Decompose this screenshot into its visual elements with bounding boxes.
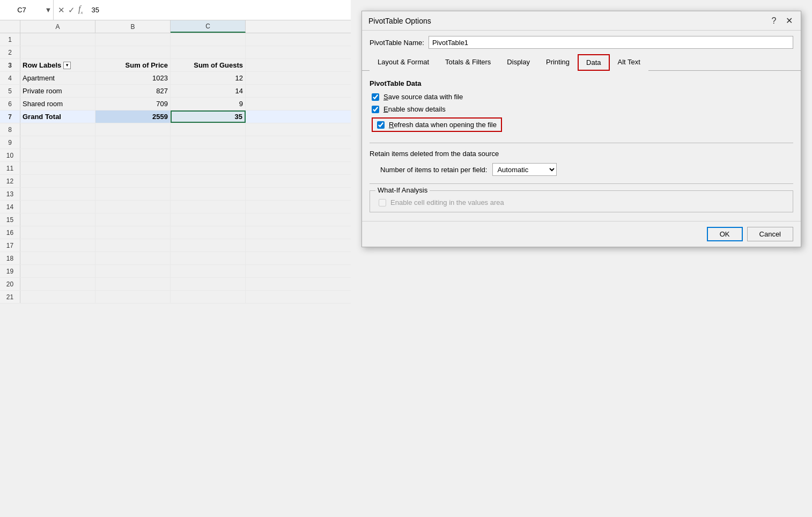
ok-button[interactable]: OK bbox=[707, 227, 743, 241]
tab-alt-text[interactable]: Alt Text bbox=[610, 54, 648, 71]
cell[interactable] bbox=[95, 188, 171, 200]
cell[interactable] bbox=[20, 265, 95, 277]
enable-show-details-checkbox[interactable] bbox=[372, 106, 379, 113]
cell[interactable]: 12 bbox=[171, 72, 246, 84]
cell[interactable] bbox=[95, 46, 171, 58]
cell[interactable] bbox=[20, 226, 95, 239]
save-source-data-checkbox[interactable] bbox=[372, 93, 379, 101]
cell-reference-box[interactable]: C7 ▼ bbox=[0, 0, 54, 20]
cell[interactable] bbox=[95, 162, 171, 174]
cell[interactable] bbox=[95, 213, 171, 226]
cell[interactable] bbox=[20, 33, 95, 46]
cell[interactable] bbox=[171, 162, 246, 174]
cell[interactable] bbox=[95, 265, 171, 277]
cell[interactable] bbox=[171, 33, 246, 46]
cell[interactable] bbox=[95, 201, 171, 213]
cell[interactable] bbox=[20, 175, 95, 187]
cell[interactable] bbox=[171, 252, 246, 264]
cell[interactable] bbox=[95, 291, 171, 303]
cell[interactable]: Private room bbox=[20, 85, 95, 97]
whatif-checkbox[interactable] bbox=[379, 199, 386, 206]
cell[interactable]: 1023 bbox=[95, 72, 171, 84]
pivottable-name-input[interactable] bbox=[429, 36, 793, 49]
retain-row: Number of items to retain per field: Aut… bbox=[370, 163, 793, 176]
cell[interactable]: 827 bbox=[95, 85, 171, 97]
cell[interactable] bbox=[20, 278, 95, 290]
cell[interactable] bbox=[20, 136, 95, 149]
col-header-b[interactable]: B bbox=[95, 20, 171, 33]
cell[interactable] bbox=[20, 149, 95, 161]
cell[interactable]: 14 bbox=[171, 85, 246, 97]
table-row: 15 bbox=[0, 213, 351, 226]
table-row: 16 bbox=[0, 226, 351, 239]
cell-ref-dropdown-icon[interactable]: ▼ bbox=[43, 6, 53, 14]
cell[interactable] bbox=[171, 239, 246, 252]
cell[interactable]: Row Labels ▾ bbox=[20, 59, 95, 71]
close-icon[interactable]: ✕ bbox=[784, 16, 794, 26]
cancel-button[interactable]: Cancel bbox=[747, 227, 793, 241]
cell[interactable]: 709 bbox=[95, 98, 171, 110]
row-num: 10 bbox=[0, 149, 20, 161]
cell[interactable] bbox=[20, 252, 95, 264]
retain-select[interactable]: Automatic None Max bbox=[492, 163, 557, 176]
cell[interactable] bbox=[20, 239, 95, 252]
cell[interactable]: Sum of Guests bbox=[171, 59, 246, 71]
cell[interactable]: 9 bbox=[171, 98, 246, 110]
function-icon[interactable]: fx bbox=[78, 4, 83, 15]
cell[interactable] bbox=[171, 149, 246, 161]
cell[interactable]: Grand Total bbox=[20, 110, 95, 123]
cell[interactable] bbox=[20, 291, 95, 303]
cell[interactable] bbox=[171, 265, 246, 277]
cell[interactable] bbox=[95, 149, 171, 161]
cell[interactable] bbox=[20, 162, 95, 174]
tab-layout-format[interactable]: Layout & Format bbox=[370, 54, 437, 71]
col-header-c[interactable]: C bbox=[171, 20, 246, 33]
cell[interactable] bbox=[95, 239, 171, 252]
filter-icon[interactable]: ▾ bbox=[63, 62, 71, 69]
row-num: 14 bbox=[0, 201, 20, 213]
cell[interactable]: Apartment bbox=[20, 72, 95, 84]
tab-display-label: Display bbox=[507, 58, 530, 66]
cancel-formula-icon[interactable]: ✕ bbox=[58, 5, 65, 15]
cell[interactable] bbox=[171, 278, 246, 290]
cell[interactable] bbox=[171, 291, 246, 303]
tab-display[interactable]: Display bbox=[499, 54, 538, 71]
cell[interactable] bbox=[95, 226, 171, 239]
cell[interactable] bbox=[171, 175, 246, 187]
confirm-formula-icon[interactable]: ✓ bbox=[68, 5, 75, 15]
cell[interactable] bbox=[95, 252, 171, 264]
cell[interactable] bbox=[171, 123, 246, 136]
refresh-data-checkbox[interactable] bbox=[377, 121, 385, 129]
cell[interactable] bbox=[95, 123, 171, 136]
formula-input[interactable] bbox=[87, 0, 351, 20]
cell[interactable] bbox=[171, 201, 246, 213]
cell[interactable] bbox=[20, 213, 95, 226]
cell[interactable] bbox=[20, 188, 95, 200]
row-num: 21 bbox=[0, 291, 20, 303]
tab-printing[interactable]: Printing bbox=[538, 54, 578, 71]
cell[interactable] bbox=[95, 33, 171, 46]
cell[interactable] bbox=[20, 46, 95, 58]
cell[interactable] bbox=[95, 278, 171, 290]
table-row: 2 bbox=[0, 46, 351, 59]
cell[interactable] bbox=[95, 136, 171, 149]
cell-selected-active[interactable]: 35 bbox=[171, 110, 246, 123]
cell[interactable] bbox=[171, 213, 246, 226]
table-row: 19 bbox=[0, 265, 351, 278]
cell[interactable] bbox=[171, 188, 246, 200]
enable-show-details-label: Enable show details bbox=[383, 105, 446, 113]
cell[interactable] bbox=[171, 226, 246, 239]
cell[interactable] bbox=[20, 123, 95, 136]
tab-data[interactable]: Data bbox=[578, 54, 609, 71]
cell[interactable] bbox=[95, 175, 171, 187]
col-header-a[interactable]: A bbox=[20, 20, 95, 33]
cell[interactable] bbox=[171, 136, 246, 149]
cell[interactable]: 2559 bbox=[95, 110, 171, 123]
cell[interactable]: Shared room bbox=[20, 98, 95, 110]
table-row: 18 bbox=[0, 252, 351, 265]
cell[interactable] bbox=[171, 46, 246, 58]
help-icon[interactable]: ? bbox=[769, 16, 779, 26]
cell[interactable] bbox=[20, 201, 95, 213]
tab-totals-filters[interactable]: Totals & Filters bbox=[437, 54, 499, 71]
cell[interactable]: Sum of Price bbox=[95, 59, 171, 71]
